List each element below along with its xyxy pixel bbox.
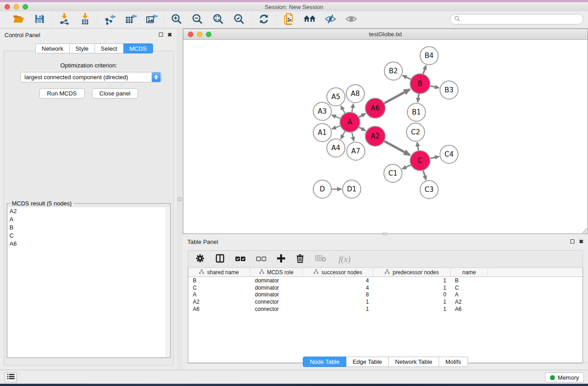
graph-edge-A-A7[interactable] xyxy=(352,133,354,141)
graph-node-A3[interactable]: A3 xyxy=(313,102,331,120)
table-cell[interactable]: 1 xyxy=(373,277,451,284)
graph-node-A7[interactable]: A7 xyxy=(347,142,365,160)
mcds-result-item[interactable]: C xyxy=(8,232,170,240)
table-cell[interactable]: 1 xyxy=(373,299,451,305)
table-cell[interactable]: A xyxy=(451,291,488,298)
graph-node-B1[interactable]: B1 xyxy=(407,103,425,121)
graph-edge-A-A3[interactable] xyxy=(332,115,340,118)
result-list-scrollbar[interactable] xyxy=(166,207,170,357)
network-from-selection-button[interactable] xyxy=(283,14,295,26)
graph-edge-A-A8[interactable] xyxy=(352,104,353,112)
import-table-button[interactable] xyxy=(79,14,91,26)
zoom-out-button[interactable] xyxy=(191,14,203,26)
import-network-button[interactable] xyxy=(58,14,70,26)
delete-table-button[interactable] xyxy=(315,254,327,265)
export-image-button[interactable] xyxy=(146,14,158,26)
table-cell[interactable]: 1 xyxy=(303,299,373,305)
graph-edge-B-B2[interactable] xyxy=(403,76,411,79)
table-cell[interactable]: dominator xyxy=(250,277,303,284)
table-row[interactable]: Adominator80A xyxy=(188,291,583,298)
zoom-in-button[interactable] xyxy=(171,14,182,26)
graph-node-C3[interactable]: C3 xyxy=(420,181,438,199)
graph-node-C2[interactable]: C2 xyxy=(406,123,425,141)
table-float-panel-icon[interactable] xyxy=(570,239,574,244)
table-cell[interactable]: 4 xyxy=(303,285,373,291)
graph-edge-B-B4[interactable] xyxy=(423,66,426,74)
memory-button[interactable]: Memory xyxy=(545,372,584,382)
graph-edge-A-A1[interactable] xyxy=(332,126,340,129)
table-cell[interactable]: connector xyxy=(250,306,303,312)
graph-edge-C-C2[interactable] xyxy=(417,143,419,151)
table-cell[interactable]: A6 xyxy=(188,306,250,312)
first-neighbors-button[interactable] xyxy=(304,14,316,26)
tab-select[interactable]: Select xyxy=(95,43,124,53)
export-table-button[interactable] xyxy=(125,14,137,26)
create-column-button[interactable] xyxy=(277,254,285,265)
table-cell[interactable]: B xyxy=(188,277,250,284)
column-header-predecessor-nodes[interactable]: predecessor nodes xyxy=(373,268,451,276)
tab-edge-table[interactable]: Edge Table xyxy=(346,357,389,367)
graph-node-A4[interactable]: A4 xyxy=(327,139,345,157)
network-window-titlebar[interactable]: testGlobe.txt xyxy=(183,29,588,40)
vertical-splitter[interactable] xyxy=(177,29,183,370)
table-cell[interactable]: 0 xyxy=(373,291,451,298)
export-network-button[interactable] xyxy=(104,14,116,26)
table-cell[interactable]: B xyxy=(451,277,488,284)
tab-node-table[interactable]: Node Table xyxy=(303,357,346,367)
table-cell[interactable]: connector xyxy=(250,299,303,305)
graph-edge-C-C4[interactable] xyxy=(430,157,439,158)
open-session-button[interactable] xyxy=(13,14,24,26)
vertical-splitter-handle[interactable] xyxy=(177,197,182,201)
graph-node-B4[interactable]: B4 xyxy=(420,47,438,65)
graph-edge-C-C3[interactable] xyxy=(423,171,426,180)
mcds-result-item[interactable]: A2 xyxy=(8,207,170,215)
hide-selected-button[interactable] xyxy=(325,14,336,26)
network-graph[interactable]: B4B2BB3A5A8A6A3B1AA1C2A2A4A7C4CC1C3DD1 xyxy=(183,40,588,234)
tab-motifs[interactable]: Motifs xyxy=(439,357,468,367)
show-task-history-button[interactable] xyxy=(5,372,17,382)
mcds-result-item[interactable]: A xyxy=(8,215,170,224)
table-row[interactable]: Cdominator41C xyxy=(188,284,583,291)
table-cell[interactable]: A2 xyxy=(188,299,250,305)
graph-node-A[interactable]: A xyxy=(340,112,360,132)
float-panel-icon[interactable] xyxy=(159,32,163,38)
search-field[interactable] xyxy=(450,14,583,24)
delete-column-button[interactable] xyxy=(296,254,304,265)
column-header-name[interactable]: name xyxy=(451,268,488,276)
graph-edge-B-B3[interactable] xyxy=(430,86,439,88)
table-cell[interactable]: 4 xyxy=(303,277,373,284)
graph-edge-A-A5[interactable] xyxy=(341,106,345,113)
table-cell[interactable]: C xyxy=(188,285,250,291)
save-session-button[interactable] xyxy=(33,14,45,26)
window-resize-grip[interactable] xyxy=(581,227,587,233)
graph-edge-B-B1[interactable] xyxy=(418,94,419,102)
tab-network[interactable]: Network xyxy=(35,43,70,53)
select-all-button[interactable] xyxy=(235,254,245,265)
mcds-result-item[interactable]: A6 xyxy=(8,240,170,248)
show-all-button[interactable] xyxy=(345,14,357,26)
graph-node-B3[interactable]: B3 xyxy=(440,81,458,99)
graph-node-A1[interactable]: A1 xyxy=(313,124,331,142)
graph-node-C[interactable]: C xyxy=(410,151,430,171)
graph-edge-A6-B[interactable] xyxy=(384,89,410,103)
graph-node-A8[interactable]: A8 xyxy=(346,85,364,103)
graph-node-C1[interactable]: C1 xyxy=(384,164,402,182)
zoom-selected-button[interactable] xyxy=(233,14,245,26)
table-close-panel-icon[interactable]: ✖ xyxy=(579,239,583,244)
graph-node-C4[interactable]: C4 xyxy=(440,145,458,163)
graph-node-B[interactable]: B xyxy=(410,74,430,94)
column-header-mcds-role[interactable]: MCDS role xyxy=(250,268,303,276)
column-header-shared-name[interactable]: shared name xyxy=(188,268,250,276)
graph-node-D[interactable]: D xyxy=(313,180,331,198)
table-row[interactable]: A2connector11A2 xyxy=(188,298,583,305)
graph-node-A5[interactable]: A5 xyxy=(327,88,345,106)
graph-edge-A-A6[interactable] xyxy=(359,114,365,117)
function-builder-button[interactable]: f(x) xyxy=(338,254,356,265)
table-cell[interactable]: 8 xyxy=(303,291,373,298)
table-cell[interactable]: dominator xyxy=(250,291,303,298)
close-panel-button[interactable]: Close panel xyxy=(92,88,139,99)
table-cell[interactable]: 1 xyxy=(373,285,451,291)
graph-node-A6[interactable]: A6 xyxy=(365,98,385,118)
table-row[interactable]: Bdominator41B xyxy=(188,277,583,284)
deselect-all-button[interactable] xyxy=(256,254,266,265)
